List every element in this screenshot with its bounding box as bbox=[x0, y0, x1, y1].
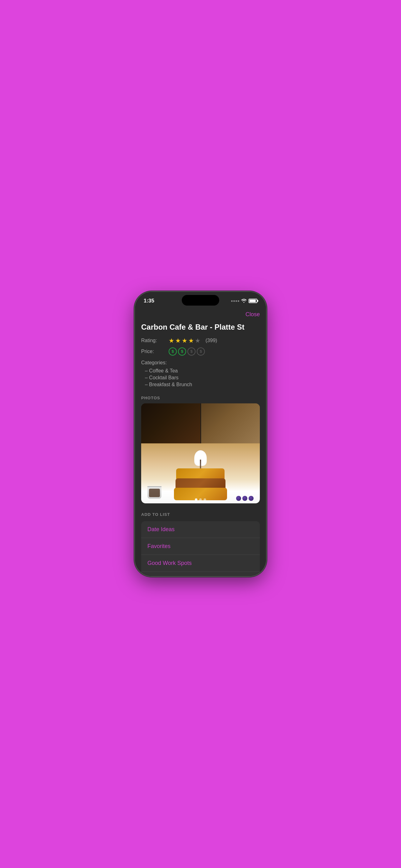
status-time: 1:35 bbox=[144, 298, 154, 304]
rating-label: Rating: bbox=[141, 338, 166, 343]
signal-dot-3 bbox=[235, 300, 237, 302]
dot-3 bbox=[204, 498, 206, 501]
photos-section: PHOTOS bbox=[135, 393, 266, 506]
berry-3 bbox=[248, 496, 254, 501]
category-item-1: – Coffee & Tea bbox=[141, 367, 260, 374]
list-item-date-ideas[interactable]: Date Ideas bbox=[141, 521, 260, 538]
star-1: ★ bbox=[169, 337, 174, 344]
berries bbox=[236, 496, 254, 501]
category-item-2: – Cocktail Bars bbox=[141, 374, 260, 381]
list-items-container: Date Ideas Favorites Good Work Spots Spo… bbox=[141, 521, 260, 576]
phone-device: 1:35 bbox=[135, 292, 266, 576]
waffle-stack bbox=[172, 450, 229, 500]
rating-row: Rating: ★ ★ ★ ★ ★ (399) bbox=[141, 337, 260, 344]
photo-bottom bbox=[141, 443, 260, 503]
photo-dot-indicators bbox=[195, 498, 206, 501]
sauce-cup bbox=[147, 486, 162, 499]
list-item-good-work-spots[interactable]: Good Work Spots bbox=[141, 555, 260, 572]
star-2: ★ bbox=[175, 337, 181, 344]
signal-dot-4 bbox=[238, 300, 239, 302]
photo-divider bbox=[201, 403, 201, 443]
venue-details: Rating: ★ ★ ★ ★ ★ (399) Price: $ $ bbox=[135, 337, 266, 355]
star-5: ★ bbox=[195, 337, 201, 344]
modal-content[interactable]: Close Carbon Cafe & Bar - Platte St Rati… bbox=[135, 307, 266, 576]
battery-fill bbox=[249, 300, 256, 302]
phone-screen: 1:35 bbox=[135, 292, 266, 576]
signal-dot-2 bbox=[233, 300, 235, 302]
modal-header: Close bbox=[135, 307, 266, 320]
add-to-list-section: ADD TO LIST Date Ideas Favorites Good Wo… bbox=[135, 506, 266, 576]
status-icons bbox=[231, 299, 257, 304]
venue-title: Carbon Cafe & Bar - Platte St bbox=[135, 320, 266, 337]
signal-icon bbox=[231, 300, 239, 302]
category-item-3: – Breakfast & Brunch bbox=[141, 381, 260, 388]
price-row: Price: $ $ $ $ bbox=[141, 347, 260, 355]
review-count: (399) bbox=[205, 338, 217, 343]
list-item-favorites[interactable]: Favorites bbox=[141, 538, 260, 555]
price-3: $ bbox=[188, 347, 196, 355]
price-4: $ bbox=[197, 347, 205, 355]
price-2: $ bbox=[178, 347, 186, 355]
dynamic-island bbox=[182, 295, 219, 306]
berry-2 bbox=[242, 496, 247, 501]
star-3: ★ bbox=[182, 337, 188, 344]
price-symbols: $ $ $ $ bbox=[169, 347, 205, 355]
close-button[interactable]: Close bbox=[245, 311, 260, 318]
price-label: Price: bbox=[141, 349, 166, 354]
add-to-list-label: ADD TO LIST bbox=[141, 512, 260, 517]
price-1: $ bbox=[169, 347, 177, 355]
dot-1 bbox=[195, 498, 197, 501]
star-4: ★ bbox=[188, 337, 194, 344]
stars-container: ★ ★ ★ ★ ★ bbox=[169, 337, 201, 344]
battery-icon bbox=[248, 299, 257, 303]
list-item-sports-bars[interactable]: Sports Bars bbox=[141, 572, 260, 576]
photo-placeholder bbox=[141, 403, 260, 503]
photos-label: PHOTOS bbox=[135, 396, 266, 403]
categories-section: Categories: – Coffee & Tea – Cocktail Ba… bbox=[135, 359, 266, 393]
wifi-icon bbox=[241, 299, 247, 304]
photo-container[interactable] bbox=[141, 403, 260, 503]
categories-label: Categories: bbox=[141, 360, 260, 366]
berry-1 bbox=[236, 496, 241, 501]
dot-2 bbox=[199, 498, 202, 501]
signal-dot-1 bbox=[231, 300, 233, 302]
